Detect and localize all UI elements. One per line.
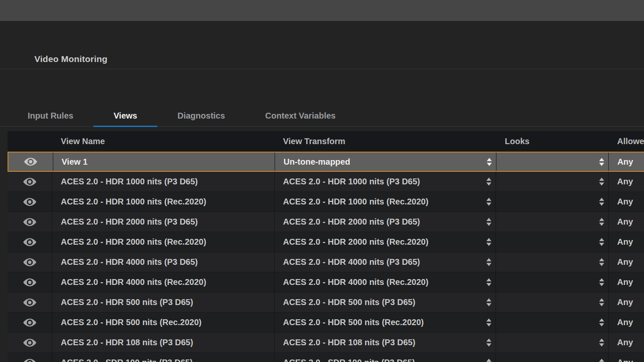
- table-row[interactable]: ACES 2.0 - HDR 4000 nits (Rec.2020) ACES…: [8, 272, 644, 292]
- looks-dropdown[interactable]: [496, 153, 609, 171]
- visibility-toggle[interactable]: [8, 313, 52, 332]
- view-transform-dropdown[interactable]: ACES 2.0 - HDR 108 nits (P3 D65): [275, 333, 496, 352]
- table-row[interactable]: ACES 2.0 - HDR 2000 nits (Rec.2020) ACES…: [8, 232, 644, 252]
- title-divider: [0, 69, 644, 69]
- visibility-toggle[interactable]: [8, 292, 52, 312]
- tab-views[interactable]: Views: [93, 106, 157, 126]
- eye-icon: [23, 298, 37, 307]
- view-transform-value: ACES 2.0 - HDR 108 nits (P3 D65): [283, 338, 415, 347]
- allowed-cell[interactable]: Any: [609, 353, 644, 362]
- eye-icon: [23, 157, 38, 166]
- view-name-cell[interactable]: ACES 2.0 - SDR 100 nits (P3 D65): [52, 353, 275, 362]
- looks-dropdown[interactable]: [496, 353, 609, 362]
- table-row[interactable]: ACES 2.0 - HDR 4000 nits (P3 D65) ACES 2…: [8, 252, 644, 272]
- allowed-value: Any: [617, 237, 633, 247]
- table-row[interactable]: ACES 2.0 - HDR 500 nits (Rec.2020) ACES …: [8, 313, 644, 333]
- looks-dropdown[interactable]: [496, 172, 609, 191]
- allowed-value: Any: [617, 338, 633, 347]
- table-row[interactable]: ACES 2.0 - HDR 2000 nits (P3 D65) ACES 2…: [8, 212, 644, 232]
- visibility-toggle[interactable]: [8, 333, 52, 352]
- table-row[interactable]: View 1 Un-tone-mapped Any: [8, 152, 644, 172]
- view-name-label: ACES 2.0 - HDR 1000 nits (Rec.2020): [61, 197, 206, 207]
- view-name-cell[interactable]: View 1: [53, 153, 275, 171]
- allowed-cell[interactable]: Any: [609, 192, 644, 212]
- looks-dropdown[interactable]: [496, 252, 609, 272]
- looks-dropdown[interactable]: [496, 313, 609, 332]
- view-name-label: ACES 2.0 - HDR 2000 nits (Rec.2020): [61, 237, 206, 247]
- view-transform-value: ACES 2.0 - HDR 500 nits (Rec.2020): [283, 318, 424, 327]
- views-table: View Name View Transform Looks Allowed V…: [8, 131, 644, 362]
- header-looks: Looks: [496, 131, 609, 152]
- view-name-cell[interactable]: ACES 2.0 - HDR 1000 nits (P3 D65): [52, 172, 275, 191]
- view-name-cell[interactable]: ACES 2.0 - HDR 4000 nits (Rec.2020): [52, 272, 275, 292]
- table-row[interactable]: ACES 2.0 - HDR 108 nits (P3 D65) ACES 2.…: [8, 333, 644, 353]
- tab-diagnostics[interactable]: Diagnostics: [157, 106, 245, 126]
- view-transform-dropdown[interactable]: ACES 2.0 - HDR 500 nits (P3 D65): [275, 292, 496, 312]
- combo-arrows-icon: [486, 198, 492, 206]
- looks-dropdown[interactable]: [496, 272, 609, 292]
- looks-dropdown[interactable]: [496, 232, 609, 252]
- table-row[interactable]: ACES 2.0 - HDR 1000 nits (Rec.2020) ACES…: [8, 192, 644, 212]
- visibility-toggle[interactable]: [8, 153, 53, 171]
- view-transform-dropdown[interactable]: ACES 2.0 - HDR 500 nits (Rec.2020): [275, 313, 496, 332]
- header-view-name: View Name: [52, 131, 275, 152]
- allowed-cell[interactable]: Any: [609, 212, 644, 232]
- combo-arrows-icon: [486, 178, 492, 186]
- allowed-value: Any: [617, 318, 633, 327]
- view-transform-dropdown[interactable]: ACES 2.0 - HDR 2000 nits (Rec.2020): [275, 232, 496, 252]
- looks-dropdown[interactable]: [496, 192, 609, 212]
- view-transform-dropdown[interactable]: Un-tone-mapped: [275, 153, 496, 171]
- view-name-cell[interactable]: ACES 2.0 - HDR 108 nits (P3 D65): [52, 333, 275, 352]
- looks-dropdown[interactable]: [496, 212, 609, 232]
- allowed-cell[interactable]: Any: [609, 172, 644, 191]
- view-name-cell[interactable]: ACES 2.0 - HDR 1000 nits (Rec.2020): [52, 192, 275, 212]
- allowed-cell[interactable]: Any: [609, 333, 644, 352]
- page-title: Video Monitoring: [34, 54, 107, 65]
- window-top-bar: [0, 0, 644, 21]
- view-name-label: View 1: [62, 157, 88, 167]
- combo-arrows-icon: [599, 298, 605, 306]
- view-transform-dropdown[interactable]: ACES 2.0 - HDR 4000 nits (Rec.2020): [275, 272, 496, 292]
- visibility-toggle[interactable]: [8, 252, 52, 272]
- visibility-toggle[interactable]: [8, 272, 52, 292]
- view-transform-value: Un-tone-mapped: [283, 157, 350, 167]
- header-visibility-column: [8, 131, 52, 152]
- looks-dropdown[interactable]: [496, 333, 609, 352]
- view-transform-dropdown[interactable]: ACES 2.0 - HDR 1000 nits (Rec.2020): [275, 192, 496, 212]
- table-row[interactable]: ACES 2.0 - HDR 500 nits (P3 D65) ACES 2.…: [8, 292, 644, 313]
- tab-input-rules[interactable]: Input Rules: [8, 106, 93, 126]
- view-name-cell[interactable]: ACES 2.0 - HDR 2000 nits (Rec.2020): [52, 232, 275, 252]
- allowed-cell[interactable]: Any: [609, 292, 644, 312]
- table-row[interactable]: ACES 2.0 - HDR 1000 nits (P3 D65) ACES 2…: [8, 172, 644, 192]
- view-transform-dropdown[interactable]: ACES 2.0 - HDR 4000 nits (P3 D65): [275, 252, 496, 272]
- visibility-toggle[interactable]: [8, 232, 52, 252]
- tab-bar: Input Rules Views Diagnostics Context Va…: [0, 106, 644, 127]
- visibility-toggle[interactable]: [8, 353, 52, 362]
- allowed-cell[interactable]: Any: [609, 232, 644, 252]
- view-transform-dropdown[interactable]: ACES 2.0 - HDR 1000 nits (P3 D65): [275, 172, 496, 191]
- visibility-toggle[interactable]: [8, 172, 52, 191]
- allowed-value: Any: [617, 217, 633, 227]
- view-name-cell[interactable]: ACES 2.0 - HDR 4000 nits (P3 D65): [52, 252, 275, 272]
- looks-dropdown[interactable]: [496, 292, 609, 312]
- view-name-label: ACES 2.0 - HDR 500 nits (Rec.2020): [61, 318, 202, 327]
- view-transform-value: ACES 2.0 - SDR 100 nits (P3 D65): [283, 358, 415, 362]
- view-transform-dropdown[interactable]: ACES 2.0 - HDR 2000 nits (P3 D65): [275, 212, 496, 232]
- combo-arrows-icon: [486, 258, 492, 266]
- allowed-cell[interactable]: Any: [609, 313, 644, 332]
- visibility-toggle[interactable]: [8, 192, 52, 212]
- view-name-cell[interactable]: ACES 2.0 - HDR 2000 nits (P3 D65): [52, 212, 275, 232]
- view-transform-dropdown[interactable]: ACES 2.0 - SDR 100 nits (P3 D65): [275, 353, 496, 362]
- allowed-cell[interactable]: Any: [609, 252, 644, 272]
- visibility-toggle[interactable]: [8, 212, 52, 232]
- allowed-cell[interactable]: Any: [609, 272, 644, 292]
- view-name-cell[interactable]: ACES 2.0 - HDR 500 nits (Rec.2020): [52, 313, 275, 332]
- combo-arrows-icon: [599, 278, 605, 286]
- tab-context-variables[interactable]: Context Variables: [245, 106, 356, 126]
- allowed-cell[interactable]: Any: [609, 153, 644, 171]
- combo-arrows-icon: [486, 218, 492, 226]
- table-row[interactable]: ACES 2.0 - SDR 100 nits (P3 D65) ACES 2.…: [8, 353, 644, 362]
- eye-icon: [23, 318, 37, 327]
- view-name-label: ACES 2.0 - HDR 108 nits (P3 D65): [61, 338, 193, 347]
- view-name-cell[interactable]: ACES 2.0 - HDR 500 nits (P3 D65): [52, 292, 275, 312]
